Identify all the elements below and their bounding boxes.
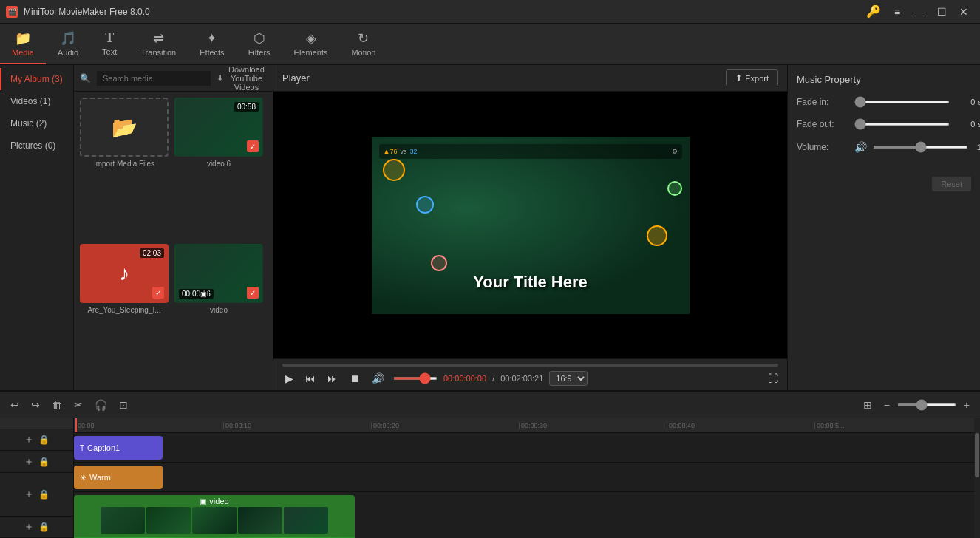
effects-label: Effects — [200, 48, 224, 57]
undo-button[interactable]: ↩ — [6, 396, 24, 414]
zoom-fit-button[interactable]: ⊞ — [859, 396, 877, 414]
add-video-track-button[interactable]: ＋ — [24, 488, 34, 501]
toolbar-item-elements[interactable]: ◈ Elements — [282, 24, 340, 64]
export-button[interactable]: ⬆ Export — [726, 69, 778, 86]
lock-caption-button[interactable]: 🔒 — [38, 435, 50, 445]
toolbar-item-audio[interactable]: 🎵 Audio — [46, 24, 90, 64]
left-panel: My Album (3) Videos (1) Music (2) Pictur… — [0, 65, 74, 390]
search-input[interactable] — [97, 71, 211, 86]
close-button[interactable]: ✕ — [953, 4, 974, 19]
scrollbar-thumb — [975, 433, 979, 477]
caption-track: T Caption1 — [74, 433, 980, 463]
video-title-text: Your Title Here — [473, 273, 587, 292]
main-area: My Album (3) Videos (1) Music (2) Pictur… — [0, 65, 980, 390]
menu-button[interactable]: ≡ — [887, 4, 908, 19]
timeline-scroll[interactable]: 00:00 00:00:10 00:00:20 00:00:30 00:00:4… — [74, 418, 980, 538]
fade-out-value: 0 s — [956, 120, 980, 129]
timeline-scrollbar[interactable] — [974, 418, 980, 538]
fade-out-row: Fade out: 0 s — [797, 119, 971, 129]
game-element-1 — [383, 159, 405, 181]
video-clip[interactable]: ▣ video — [74, 495, 355, 538]
toolbar-item-media[interactable]: 📁 Media — [0, 24, 46, 64]
media-grid: 📂 Import Media Files 00:58 ✓ video 6 ♪ 0… — [74, 92, 273, 390]
video6-label: video 6 — [207, 160, 231, 168]
toolbar-item-motion[interactable]: ↻ Motion — [339, 24, 387, 64]
volume-value: 100 % — [974, 143, 980, 151]
headphones-button[interactable]: 🎧 — [90, 396, 112, 414]
zoom-in-button[interactable]: + — [959, 396, 974, 414]
aspect-ratio-select[interactable]: 16:9 9:16 1:1 4:3 — [549, 371, 588, 386]
redo-button[interactable]: ↪ — [27, 396, 44, 414]
ruler-spacer — [0, 418, 73, 429]
caption-clip-label: Caption1 — [87, 443, 120, 452]
video6-thumb: 00:58 ✓ — [174, 98, 263, 157]
volume-button[interactable]: 🔊 — [369, 371, 387, 386]
key-icon[interactable]: 🔑 — [866, 4, 881, 18]
video6-check: ✓ — [247, 140, 259, 152]
add-audio-track-button[interactable]: ＋ — [24, 520, 34, 534]
lock-filter-button[interactable]: 🔒 — [38, 457, 50, 467]
timeline-toolbar: ↩ ↪ 🗑 ✂ 🎧 ⊡ ⊞ − + — [0, 392, 980, 418]
elements-label: Elements — [294, 48, 328, 57]
time-separator: / — [492, 374, 494, 383]
export-icon: ⬆ — [735, 73, 742, 83]
sidebar-item-music[interactable]: Music (2) — [0, 112, 73, 134]
zoom-out-button[interactable]: − — [879, 396, 894, 414]
toolbar-item-text[interactable]: T Text — [90, 24, 129, 64]
sidebar-item-pictures[interactable]: Pictures (0) — [0, 134, 73, 157]
sidebar-item-my-album[interactable]: My Album (3) — [0, 68, 73, 90]
fullscreen-button[interactable]: ⛶ — [768, 372, 778, 384]
video2-check: ✓ — [247, 287, 259, 299]
sidebar-item-videos[interactable]: Videos (1) — [0, 90, 73, 112]
cut-button[interactable]: ✂ — [69, 396, 87, 414]
media-toolbar: 🔍 ⬇ Download YouTube Videos — [74, 65, 273, 92]
volume-label: Volume: — [797, 142, 848, 152]
music1-check: ✓ — [152, 287, 164, 299]
toolbar-item-filters[interactable]: ⬡ Filters — [237, 24, 282, 64]
toolbar-item-transition[interactable]: ⇌ Transition — [129, 24, 188, 64]
zoom-slider[interactable] — [897, 404, 956, 406]
maximize-button[interactable]: ☐ — [931, 4, 952, 19]
media-item-music1[interactable]: ♪ 02:03 ✓ Are_You_Sleeping_I... — [80, 244, 169, 384]
video-thumb-1 — [101, 507, 145, 534]
motion-label: Motion — [351, 48, 375, 57]
download-youtube-button[interactable]: ⬇ Download YouTube Videos — [217, 65, 267, 92]
play-button[interactable]: ▶ — [282, 371, 296, 386]
stop-button[interactable]: ⏹ — [347, 371, 363, 386]
next-button[interactable]: ⏭ — [324, 371, 341, 386]
lock-video-button[interactable]: 🔒 — [38, 489, 50, 500]
media-item-video2[interactable]: 00:00:16 ✓ ▣ video — [174, 244, 263, 384]
player-header: Player ⬆ Export — [273, 65, 787, 92]
music-note-icon: ♪ — [119, 262, 129, 285]
add-caption-track-button[interactable]: ＋ — [24, 433, 34, 446]
warm-track: ☀ Warm — [74, 463, 980, 492]
prev-button[interactable]: ⏮ — [302, 371, 319, 386]
lock-audio-button[interactable]: 🔒 — [38, 522, 50, 532]
minimize-button[interactable]: — — [909, 4, 930, 19]
fade-in-value: 0 s — [956, 98, 980, 106]
volume-property-slider[interactable] — [873, 146, 968, 149]
progress-bar[interactable] — [282, 364, 778, 367]
add-filter-track-button[interactable]: ＋ — [24, 455, 34, 469]
filters-icon: ⬡ — [253, 30, 265, 47]
transition-label: Transition — [140, 48, 176, 57]
toolbar-item-effects[interactable]: ✦ Effects — [188, 24, 236, 64]
ruler-mark-3: 00:00:30 — [519, 422, 667, 429]
video-thumb-3 — [192, 507, 237, 534]
app-icon: 🎬 — [6, 6, 18, 18]
delete-button[interactable]: 🗑 — [47, 396, 67, 414]
video-thumb-5 — [284, 507, 328, 534]
caption-clip[interactable]: T Caption1 — [74, 436, 163, 460]
warm-clip[interactable]: ☀ Warm — [74, 466, 163, 489]
video-clip-header: ▣ video — [200, 497, 228, 505]
reset-button[interactable]: Reset — [932, 177, 971, 191]
volume-slider[interactable] — [393, 377, 438, 380]
import-media-item[interactable]: 📂 Import Media Files — [80, 98, 169, 238]
ruler-mark-1: 00:00:10 — [223, 422, 371, 429]
crop-button[interactable]: ⊡ — [115, 396, 132, 414]
fade-out-slider[interactable] — [854, 123, 950, 126]
video-track: ▣ video — [74, 492, 980, 538]
fade-in-slider[interactable] — [854, 101, 950, 103]
window-controls: ≡ — ☐ ✕ — [887, 4, 974, 19]
media-item-video6[interactable]: 00:58 ✓ video 6 — [174, 98, 263, 238]
